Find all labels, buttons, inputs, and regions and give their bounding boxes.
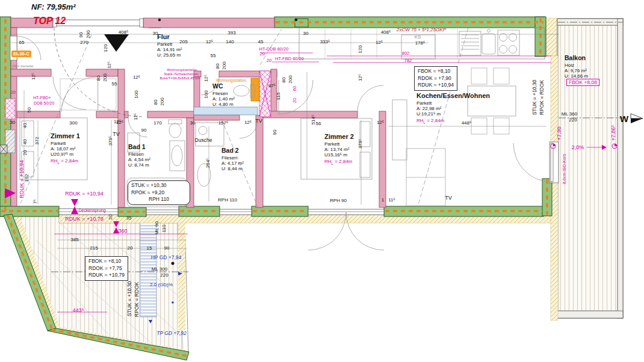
room-wc: WC Fliesen A: 1,40 m² U: 4,80 m	[212, 82, 235, 108]
room-name: Bad 2	[221, 147, 244, 154]
room-balkon: Balkon Holz A: 9,76 m² U: 14,66 m	[565, 54, 588, 79]
dim-label: 379⁵	[358, 139, 363, 149]
dim-label: 200	[103, 73, 108, 81]
dim-label: 379⁵	[108, 136, 113, 146]
dim-label: 60	[293, 86, 297, 91]
tp-gd: TP GD +7,92	[156, 331, 187, 336]
dim-label: ML 90	[155, 221, 159, 235]
dim-label: 12⁵	[377, 120, 384, 125]
dim-label: 30	[303, 31, 309, 36]
dim-label: 12⁵	[358, 74, 363, 81]
dim-label: 152	[25, 174, 29, 182]
dim-label: 20	[260, 52, 265, 57]
room-name: Bad 1	[128, 143, 150, 150]
dim-label: 30	[153, 31, 158, 36]
room-bad1: Bad 1 Fliesen A: 4,54 m² U: 8,74 m	[128, 143, 150, 168]
dim-label: 12⁵	[204, 75, 209, 82]
dim-label: 12⁵	[376, 40, 383, 45]
rph-110: RPH 110	[218, 198, 237, 203]
rpok-right: RPOK = RDOK	[539, 80, 545, 115]
dim-label: 20	[267, 58, 271, 63]
dim-label: 393	[228, 31, 235, 35]
room-flur: Flur Parkett A: 14,91 m² U: 25,65 m	[157, 33, 182, 58]
dim-label: 120	[358, 45, 363, 53]
fire-rating-badge: EI₂30-C	[11, 51, 31, 57]
room-name: Zimmer 2	[324, 133, 354, 140]
dim-label: 802	[402, 51, 410, 56]
dim-label: 408⁵	[119, 30, 129, 35]
level-790: +7,90	[557, 127, 562, 141]
room-bad2: Bad 2 Fliesen A: 4,17 m² U: 8,44 m	[221, 147, 244, 172]
dim-label: 100	[204, 90, 209, 98]
wohnungsstation: Wohnungsstation	[216, 79, 246, 83]
stuk-right: STUK = +10,30	[532, 80, 537, 115]
dim-label: 157⁵	[218, 121, 229, 126]
dim-label: BxHxT=34,8x68x9,45 cm	[159, 76, 200, 80]
deckensprung-lines	[18, 28, 468, 209]
dim-label: 300	[69, 121, 77, 126]
dim-label: 65	[19, 40, 25, 45]
dim-label: ML 360	[562, 112, 577, 117]
fbh-verteiler: FBH-Verteiler	[12, 64, 34, 68]
dim-label: 264⁵	[206, 158, 211, 168]
room-name: Balkon	[565, 54, 588, 61]
room-wohnen: Kochen/Essen/Wohnen Parkett A: 22,98 m² …	[416, 92, 490, 125]
wall-spec-note: 2xCW 75 + 5*1,25GKP	[397, 28, 446, 32]
dim-label: 12⁵	[31, 73, 36, 80]
balcony-slope: 2,0%	[572, 145, 584, 150]
floor-plan: NF: 79,95m² TOP 12 EI₂30-C Flur Parkett …	[0, 0, 644, 362]
unit-title: TOP 12	[33, 16, 66, 26]
dim-label: 200	[222, 61, 227, 69]
room-zimmer2: Zimmer 2 Parkett A: 13,74 m² U15,16⁵ m R…	[324, 133, 354, 166]
room-height: RHL = 2,84m	[324, 159, 354, 167]
level-box-bad1: STUK = +10,30 RPOK = +9,20 RPH 110	[128, 180, 190, 205]
room-name: WC	[212, 82, 235, 90]
dim-label: 360	[118, 229, 127, 234]
dim-label: Stark-/Schwachstrom	[164, 72, 198, 76]
compass-west-label: W	[620, 114, 628, 124]
dim-label: 7⁵	[33, 199, 38, 204]
dim-label: TV	[113, 132, 120, 137]
sideboard	[392, 100, 407, 160]
dim-label: 87⁵	[268, 84, 276, 88]
dim-label: 15	[147, 246, 152, 251]
dim-label: 115	[276, 93, 281, 100]
rduk-low: RDUK = +10,79	[65, 216, 104, 222]
rpok-bottom: RPOK = RDOK	[134, 282, 140, 317]
dim-label: 30	[190, 121, 196, 126]
stuk-bottom: STUK = +10,30	[127, 281, 132, 317]
dim-label: 90	[79, 32, 84, 38]
installation-wall	[194, 107, 258, 115]
dim-label: 12⁵	[134, 113, 138, 120]
dim-label: 12⁵	[114, 120, 121, 124]
fbok-balkon-badge: FBOK +8,08	[566, 79, 599, 86]
dim-label: 80	[215, 64, 220, 69]
dim-label: 90	[273, 130, 277, 135]
hp-gd: HP GD +7,94	[151, 255, 182, 260]
net-area-title: NF: 79,95m²	[31, 2, 76, 11]
dim-label: 90	[141, 128, 147, 133]
dim-label: 110	[162, 225, 167, 233]
room-height: RHL = 2,84m	[51, 158, 80, 166]
dim-label: 20	[293, 98, 297, 103]
iso-korb: 8,0cm ISO-Korb	[562, 154, 566, 184]
dim-label: 55	[112, 82, 117, 87]
dim-label: 30	[10, 120, 16, 125]
dim-label: 12⁵	[133, 75, 140, 80]
rduk-center: RDUK = +10,94	[65, 191, 104, 197]
ht-fbd-note: HT-FBD 60/20	[275, 57, 304, 61]
dim-label: 200	[160, 97, 165, 105]
room-name: Kochen/Essen/Wohnen	[416, 92, 490, 99]
dim-label: 178⁵	[415, 41, 426, 46]
dim-label: DDB 50/20	[34, 101, 54, 105]
dim-label: 120	[104, 44, 108, 52]
deckensprung: Deckensprung	[78, 208, 105, 212]
dim-label: ML 300	[152, 267, 167, 272]
level-box-kitchen: FBOK = +8,10 RDOK = +7,90 RDUK = +10,94	[414, 66, 457, 91]
dim-label: 12⁵	[107, 61, 112, 69]
dim-label: KS	[415, 35, 421, 40]
dim-label: 12⁵	[244, 120, 252, 125]
kitchen-sink	[482, 34, 495, 54]
dim-label: 20	[11, 90, 16, 95]
dim-label: 50	[27, 108, 32, 113]
